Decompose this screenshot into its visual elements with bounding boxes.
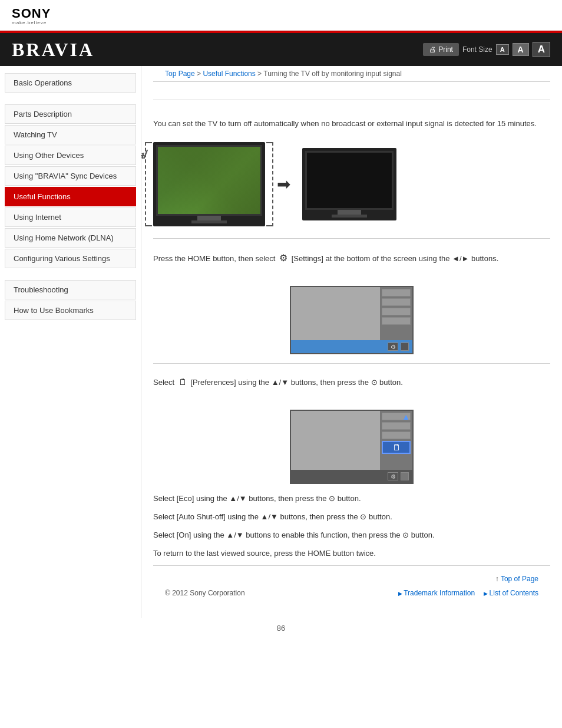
menu-item-1a — [382, 289, 411, 297]
step1-text: Press the HOME button, then select ⚙ [Se… — [153, 251, 550, 266]
content-area: Top Page > Useful Functions > Turning th… — [141, 66, 562, 618]
breadcrumb: Top Page > Useful Functions > Turning th… — [153, 66, 550, 81]
font-size-large-button[interactable]: A — [533, 42, 550, 57]
menu-box-1: ⚙ — [290, 286, 414, 354]
menu-bottom-bar-2: ⚙ — [291, 470, 412, 483]
sidebar-item-configuring[interactable]: Configuring Various Settings — [5, 249, 136, 268]
main-layout: Basic Operations Parts Description Watch… — [0, 66, 562, 618]
print-button[interactable]: 🖨 Print — [423, 43, 459, 56]
sidebar: Basic Operations Parts Description Watch… — [0, 66, 141, 618]
menu-screenshot-2: 🗒 ▲ ⚙ — [153, 410, 550, 484]
step5-text: Select [On] using the ▲/▼ buttons to ena… — [153, 529, 550, 542]
arrow-right-icon: ➡ — [277, 174, 290, 194]
menu-inner-1 — [291, 287, 412, 340]
intro-section — [153, 100, 550, 112]
arrow-menu-icon — [401, 342, 409, 351]
menu-screen-left-2 — [291, 411, 380, 470]
settings-menu-icon-2: ⚙ — [388, 472, 398, 480]
breadcrumb-sep1: > — [195, 70, 203, 78]
copyright-text: © 2012 Sony Corporation — [165, 589, 245, 597]
tv-base-off — [332, 215, 367, 218]
menu-item-1b — [382, 298, 411, 306]
sidebar-item-useful-functions[interactable]: Useful Functions — [5, 187, 136, 206]
footer-bottom: © 2012 Sony Corporation Trademark Inform… — [165, 589, 538, 597]
scroll-up-arrow: ▲ — [402, 412, 410, 421]
spacer — [153, 94, 550, 100]
sidebar-item-home-network[interactable]: Using Home Network (DLNA) — [5, 228, 136, 248]
menu-inner-2: 🗒 ▲ — [291, 411, 412, 470]
menu-item-1d — [382, 317, 411, 325]
menu-items-panel-2: 🗒 ▲ — [380, 411, 412, 470]
description-text: You can set the TV to turn off automatic… — [153, 118, 550, 130]
sidebar-item-using-other-devices[interactable]: Using Other Devices — [5, 146, 136, 165]
sidebar-item-parts-description[interactable]: Parts Description — [5, 104, 136, 124]
breadcrumb-useful-functions[interactable]: Useful Functions — [203, 70, 255, 78]
list-of-contents-link[interactable]: List of Contents — [484, 589, 538, 597]
tv-stand-on — [197, 216, 221, 220]
page-number: 86 — [0, 618, 562, 638]
tv-base-on — [191, 220, 227, 223]
font-size-small-button[interactable]: A — [496, 44, 509, 55]
step4-text: Select [Auto Shut-off] using the ▲/▼ but… — [153, 511, 550, 523]
menu-bottom-bar-1: ⚙ — [291, 340, 412, 353]
toolbar-right: 🖨 Print Font Size A A A — [423, 42, 550, 57]
sony-logo: SONY — [12, 7, 550, 20]
menu-screen-left — [291, 287, 380, 340]
return-text: To return to the last viewed source, pre… — [153, 548, 550, 560]
sidebar-divider-2 — [0, 269, 141, 279]
sony-tagline: make.believe — [12, 20, 550, 25]
sidebar-item-watching-tv[interactable]: Watching TV — [5, 125, 136, 144]
sidebar-divider-1 — [0, 94, 141, 103]
footer-section: ↑ Top of Page © 2012 Sony Corporation Tr… — [153, 565, 550, 606]
tv-screen-off — [305, 151, 394, 210]
sidebar-item-using-internet[interactable]: Using Internet — [5, 207, 136, 227]
tv-on — [153, 142, 265, 226]
step2-section: Select 🗒 [Preferences] using the ▲/▼ but… — [153, 363, 550, 401]
menu-item-1c — [382, 308, 411, 315]
top-of-page-link[interactable]: ↑ Top of Page — [165, 575, 538, 583]
bravia-title: BRAVIA — [12, 39, 94, 61]
up-arrow-icon: ↑ — [495, 575, 501, 583]
brand-bar: BRAVIA 🖨 Print Font Size A A A — [0, 31, 562, 66]
breadcrumb-top-page[interactable]: Top Page — [165, 70, 195, 78]
menu-item-2c — [382, 431, 411, 439]
tv-stand-off — [338, 210, 361, 215]
tv-screen-on — [156, 145, 262, 216]
font-size-medium-button[interactable]: A — [513, 43, 529, 56]
menu-screenshot-1: ⚙ — [153, 286, 550, 354]
breadcrumb-sep2: > Turning the TV off by monitoring input… — [256, 70, 402, 78]
top-of-page-anchor[interactable]: Top of Page — [501, 575, 538, 583]
print-label: Print — [438, 45, 453, 54]
font-size-label: Font Size — [462, 45, 492, 54]
settings-icon: ⚙ — [279, 253, 287, 263]
sony-header: SONY make.believe — [0, 0, 562, 31]
preferences-icon: 🗒 — [178, 377, 187, 387]
footer-links: Trademark Information List of Contents — [398, 589, 538, 597]
dashed-left — [145, 142, 152, 226]
settings-menu-icon: ⚙ — [388, 342, 398, 351]
step1-section: Press the HOME button, then select ⚙ [Se… — [153, 238, 550, 278]
dashed-right — [266, 142, 273, 226]
arrow-menu-icon-2 — [401, 472, 409, 480]
step3-text: Select [Eco] using the ▲/▼ buttons, then… — [153, 493, 550, 505]
print-icon: 🖨 — [429, 45, 436, 54]
menu-item-highlighted: 🗒 — [382, 441, 411, 454]
sidebar-item-bookmarks[interactable]: How to Use Bookmarks — [5, 301, 136, 320]
sidebar-item-bravia-sync[interactable]: Using "BRAVIA" Sync Devices — [5, 166, 136, 186]
sidebar-item-basic-operations[interactable]: Basic Operations — [5, 73, 136, 93]
menu-item-2b — [382, 422, 411, 430]
sidebar-item-troubleshooting[interactable]: Troubleshooting — [5, 280, 136, 299]
menu-items-panel-1 — [380, 287, 412, 340]
tv-after-wrapper — [302, 148, 396, 220]
trademark-link[interactable]: Trademark Information — [398, 589, 475, 597]
step2-text: Select 🗒 [Preferences] using the ▲/▼ but… — [153, 375, 550, 389]
title-section — [153, 81, 550, 94]
menu-box-2: 🗒 ▲ ⚙ — [290, 410, 414, 484]
tv-before-wrapper: ᵼ/ — [153, 142, 265, 226]
tv-illustration: ᵼ/ ➡ — [153, 142, 550, 226]
